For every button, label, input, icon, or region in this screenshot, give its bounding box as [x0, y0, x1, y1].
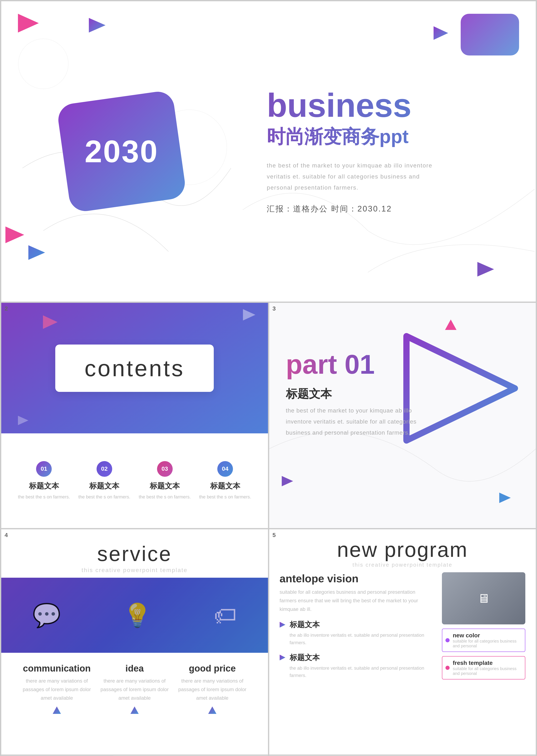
- content-item-2: 02 标题文本 the best the s on farmers.: [78, 461, 131, 500]
- content-3-title: 标题文本: [150, 481, 180, 491]
- bullet-2-title: 标题文本: [290, 652, 434, 663]
- antelope-title: antelope vision: [280, 572, 434, 585]
- s4-deco-tri-1: [53, 706, 61, 714]
- service-card-2-desc: there are many variations of passages of…: [100, 677, 170, 702]
- badge-04: 04: [217, 461, 233, 477]
- np-header: new program this creative powerpoint tem…: [269, 529, 536, 572]
- hero-shape: 2030: [56, 90, 187, 213]
- legend-1-desc: suitable for all categories business and…: [453, 639, 516, 648]
- s2-deco-tri2: [18, 416, 28, 425]
- part01-heading: part 01: [286, 349, 375, 380]
- bullet-1-desc: the ab illo inventore veritatis et. suit…: [290, 633, 424, 645]
- hero-title-cn: 时尚渐变商务ppt: [267, 124, 511, 149]
- content-4-desc: the best the s on farmers.: [199, 493, 251, 500]
- content-3-desc: the best the s on farmers.: [139, 493, 190, 500]
- badge-01: 01: [36, 461, 52, 477]
- content-item-4: 04 标题文本 the best the s on farmers.: [198, 461, 252, 500]
- content-item-1: 01 标题文本 the best the s on farmers.: [17, 461, 70, 500]
- antelope-desc: suitable for all categories business and…: [280, 588, 434, 613]
- legend-dot-2: [445, 666, 450, 670]
- legend-1-title: new color: [453, 632, 522, 639]
- deco-rect-top-right: [461, 14, 519, 56]
- s2-deco-tri3: [43, 315, 58, 329]
- deco-play-top: [434, 26, 448, 40]
- service-card-3-title: good price: [177, 663, 247, 674]
- slide-2-body: 01 标题文本 the best the s on farmers. 02 标题…: [1, 433, 268, 528]
- svg-point-1: [18, 39, 68, 89]
- bullet-1-title: 标题文本: [290, 620, 434, 630]
- slide-2-header-bg: contents: [1, 303, 268, 433]
- service-title: service: [1, 542, 268, 566]
- hero-desc: the best of the market to your kimquae a…: [267, 160, 434, 193]
- slide-3: 3 part 01 标题文本 the best of the market to…: [269, 303, 536, 528]
- banner-overlay: [1, 578, 268, 653]
- badge-03: 03: [157, 461, 173, 477]
- s4-deco-tri-2: [130, 706, 139, 714]
- service-subtitle: this creative powerpoint template: [1, 567, 268, 573]
- slide-2: 2 contents 01 标题文本 the best the s on far…: [1, 303, 268, 528]
- slide-4: 4 service this creative powerpoint templ…: [1, 529, 268, 755]
- np-body: antelope vision suitable for all categor…: [269, 572, 536, 729]
- content-2-desc: the best the s on farmers.: [78, 493, 130, 500]
- legend-dot-1: [445, 638, 450, 642]
- content-item-3: 03 标题文本 the best the s on farmers.: [138, 461, 191, 500]
- bullet-2-desc: the ab illo inventore veritatis et. suit…: [290, 665, 424, 678]
- service-card-1-title: communication: [22, 663, 92, 674]
- np-left-col: antelope vision suitable for all categor…: [280, 572, 434, 729]
- legend-1: new color suitable for all categories bu…: [442, 629, 525, 652]
- bullet-arrow-2: [280, 655, 285, 660]
- contents-box: contents: [55, 345, 214, 392]
- legend-2-title: fresh template: [453, 660, 522, 666]
- slide-3-number: 3: [272, 305, 276, 312]
- part01-desc: the best of the market to your kimquae a…: [286, 405, 428, 439]
- slide-5: 5 new program this creative powerpoint t…: [269, 529, 536, 755]
- badge-02: 02: [97, 461, 112, 477]
- contents-title: contents: [84, 356, 185, 381]
- content-4-title: 标题文本: [210, 481, 240, 491]
- s2-deco-tri1: [243, 309, 256, 320]
- np-image: 🖥: [442, 572, 525, 624]
- service-card-2-title: idea: [100, 663, 170, 674]
- hero-title-en: business: [267, 89, 511, 122]
- deco-tri-bottom-right: [477, 262, 494, 276]
- np-subtitle: this creative powerpoint template: [280, 562, 525, 568]
- slide-1: 2030: [1, 1, 536, 302]
- slide-1-right: business 时尚渐变商务ppt the best of the marke…: [242, 1, 536, 302]
- content-1-desc: the best the s on farmers.: [18, 493, 70, 500]
- slide-2-number: 2: [5, 305, 8, 312]
- hero-meta: 汇报：道格办公 时间：2030.12: [267, 203, 511, 214]
- legend-2-desc: suitable for all categories business and…: [453, 666, 516, 676]
- slide-1-left: 2030: [1, 1, 242, 302]
- s4-deco-tri-3: [208, 706, 217, 714]
- np-right-col: 🖥 new color suitable for all categories …: [442, 572, 525, 729]
- service-card-1: communication there are many variations …: [22, 663, 92, 714]
- slide-5-number: 5: [272, 532, 276, 538]
- service-header: service this creative powerpoint templat…: [1, 529, 268, 573]
- service-cards-row: communication there are many variations …: [1, 655, 268, 722]
- service-card-3: good price there are many variations of …: [177, 663, 247, 714]
- service-card-3-desc: there are many variations of passages of…: [177, 677, 247, 702]
- year-label: 2030: [85, 134, 158, 170]
- np-title: new program: [280, 538, 525, 562]
- slide-4-number: 4: [5, 532, 8, 538]
- legend-2: fresh template suitable for all categori…: [442, 656, 525, 680]
- bullet-1: 标题文本 the ab illo inventore veritatis et.…: [280, 620, 434, 646]
- service-card-1-desc: there are many variations of passages of…: [22, 677, 92, 702]
- service-banner: 💬 💡 🏷: [1, 578, 268, 653]
- service-card-2: idea there are many variations of passag…: [100, 663, 170, 714]
- content-2-title: 标题文本: [89, 481, 119, 491]
- bullet-2: 标题文本 the ab illo inventore veritatis et.…: [280, 652, 434, 679]
- part01-subtitle: 标题文本: [286, 386, 332, 402]
- content-1-title: 标题文本: [29, 481, 59, 491]
- bullet-arrow-1: [280, 622, 285, 628]
